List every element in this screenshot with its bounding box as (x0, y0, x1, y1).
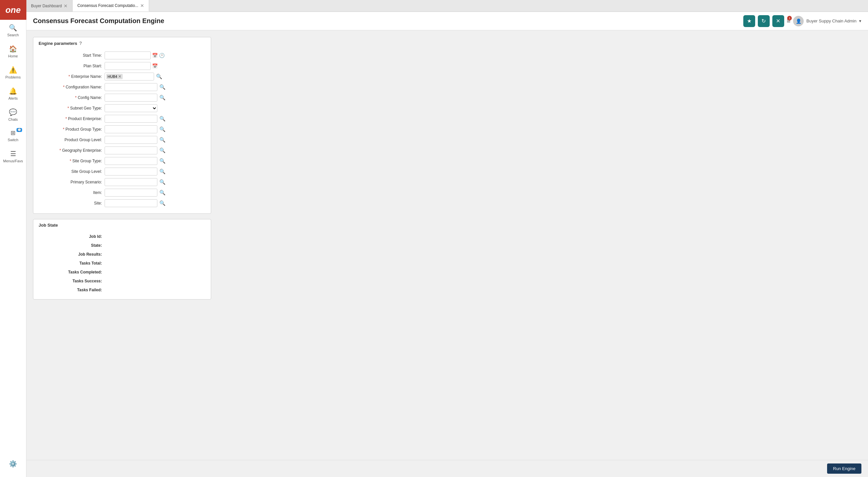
label-tasks-failed: Tasks Failed: (39, 288, 104, 292)
configuration-name-search-icon[interactable]: 🔍 (159, 84, 166, 91)
favorite-button[interactable]: ★ (743, 15, 755, 27)
product-group-level-input[interactable] (104, 136, 157, 144)
tab-close-buyer-dashboard[interactable]: ✕ (64, 4, 68, 8)
label-job-results: Job Results: (39, 252, 104, 257)
item-input[interactable] (104, 189, 157, 197)
sidebar-item-label: Home (8, 54, 18, 58)
site-input[interactable] (104, 199, 157, 207)
search-icon: 🔍 (9, 24, 17, 32)
tab-buyer-dashboard[interactable]: Buyer Dashboard ✕ (26, 0, 72, 11)
product-enterprise-input[interactable] (104, 115, 157, 123)
job-state-panel: Job State Job Id: State: Job Results: Ta… (33, 219, 211, 299)
engine-parameters-panel: Engine parameters ? Start Time: 📅 🕐 Plan… (33, 37, 211, 214)
input-wrap-item: 🔍 (104, 189, 206, 197)
plan-start-input[interactable] (104, 62, 151, 70)
run-engine-button[interactable]: Run Engine (827, 464, 861, 474)
site-group-level-input[interactable] (104, 167, 157, 176)
label-tasks-success: Tasks Success: (39, 279, 104, 283)
form-row-item: Item: 🔍 (39, 188, 206, 197)
form-row-site: Site: 🔍 (39, 199, 206, 208)
input-wrap-enterprise-name: HUB4 ✕ 🔍 (104, 72, 206, 81)
input-wrap-product-group-level: 🔍 (104, 136, 206, 144)
start-time-clock-icon[interactable]: 🕐 (159, 53, 165, 58)
close-page-button[interactable]: ✕ (772, 15, 784, 27)
job-row-id: Job Id: (39, 233, 206, 240)
dropdown-arrow-icon: ▾ (859, 19, 861, 24)
home-icon: 🏠 (9, 45, 17, 53)
primary-scenario-search-icon[interactable]: 🔍 (159, 179, 166, 186)
site-group-type-search-icon[interactable]: 🔍 (159, 157, 166, 165)
label-product-group-type: Product Group Type: (39, 127, 104, 132)
user-name: Buyer Suppy Chain Admin (806, 19, 857, 24)
sidebar-item-problems[interactable]: ⚠️ Problems (0, 62, 26, 83)
sidebar-item-label: Alerts (8, 96, 18, 100)
sidebar-item-switch[interactable]: ⊞ 💬 Switch (0, 125, 26, 146)
form-row-subnet-geo-type: Subnet Geo Type: (39, 104, 206, 113)
site-search-icon[interactable]: 🔍 (159, 199, 166, 207)
sidebar-item-alerts[interactable]: 🔔 Alerts (0, 83, 26, 104)
product-group-type-search-icon[interactable]: 🔍 (159, 126, 166, 133)
enterprise-name-tag-input[interactable]: HUB4 ✕ (104, 72, 154, 81)
start-time-input[interactable] (104, 52, 151, 59)
sidebar-item-label: Menus/Favs (3, 159, 23, 163)
input-wrap-start-time: 📅 🕐 (104, 52, 206, 59)
tab-close-consensus[interactable]: ✕ (140, 3, 144, 8)
input-wrap-product-enterprise: 🔍 (104, 115, 206, 123)
sidebar-item-label: Chats (8, 118, 18, 121)
start-time-calendar-icon[interactable]: 📅 (152, 53, 158, 58)
refresh-button[interactable]: ↻ (758, 15, 770, 27)
form-row-start-time: Start Time: 📅 🕐 (39, 51, 206, 60)
label-tasks-total: Tasks Total: (39, 261, 104, 265)
plan-start-calendar-icon[interactable]: 📅 (152, 63, 158, 69)
switch-badge: 💬 (17, 128, 22, 132)
label-plan-start: Plan Start: (39, 64, 104, 68)
form-row-product-group-type: Product Group Type: 🔍 (39, 125, 206, 134)
input-wrap-subnet-geo-type (104, 104, 206, 112)
engine-parameters-title: Engine parameters ? (33, 37, 211, 49)
geography-enterprise-search-icon[interactable]: 🔍 (159, 147, 166, 154)
product-group-type-input[interactable] (104, 125, 157, 133)
input-wrap-site-group-level: 🔍 (104, 167, 206, 176)
input-wrap-product-group-type: 🔍 (104, 125, 206, 133)
sidebar-item-search[interactable]: 🔍 Search (0, 20, 26, 41)
item-search-icon[interactable]: 🔍 (159, 189, 166, 196)
header-actions: ★ ↻ ✕ ≡ 1 👤 Buyer Suppy Chain Admin ▾ (743, 15, 861, 27)
configuration-name-input[interactable] (104, 83, 157, 91)
page-header: Consensus Forecast Computation Engine ★ … (26, 12, 868, 30)
sidebar-item-settings[interactable]: ⚙️ (9, 456, 17, 472)
chat-icon: 💬 (9, 108, 17, 116)
primary-scenario-input[interactable] (104, 178, 157, 186)
form-row-site-group-level: Site Group Level: 🔍 (39, 167, 206, 176)
sidebar-item-menus-favs[interactable]: ☰ Menus/Favs (0, 146, 26, 167)
site-group-type-input[interactable] (104, 157, 157, 165)
sidebar-item-home[interactable]: 🏠 Home (0, 41, 26, 62)
user-dropdown[interactable]: Buyer Suppy Chain Admin ▾ (806, 19, 861, 24)
input-wrap-site-group-type: 🔍 (104, 157, 206, 165)
subnet-geo-type-select[interactable] (104, 104, 157, 112)
app-logo[interactable]: one (0, 0, 26, 20)
input-wrap-primary-scenario: 🔍 (104, 178, 206, 186)
enterprise-name-search-icon[interactable]: 🔍 (155, 73, 163, 80)
sidebar-item-chats[interactable]: 💬 Chats (0, 104, 26, 125)
help-icon[interactable]: ? (79, 40, 82, 46)
job-state-title: Job State (33, 219, 211, 230)
label-subnet-geo-type: Subnet Geo Type: (39, 106, 104, 110)
label-site: Site: (39, 201, 104, 205)
geography-enterprise-input[interactable] (104, 147, 157, 154)
job-row-tasks-success: Tasks Success: (39, 278, 206, 285)
label-product-enterprise: Product Enterprise: (39, 117, 104, 121)
tab-consensus-forecast[interactable]: Consensus Forecast Computatio... ✕ (72, 0, 149, 11)
menu-button[interactable]: ≡ 1 (787, 17, 791, 25)
product-enterprise-search-icon[interactable]: 🔍 (159, 115, 166, 122)
job-row-results: Job Results: (39, 251, 206, 258)
switch-icon: ⊞ (10, 129, 16, 136)
config-name-search-icon[interactable]: 🔍 (159, 94, 166, 101)
tag-remove-icon[interactable]: ✕ (118, 74, 121, 79)
tab-label: Buyer Dashboard (31, 4, 62, 8)
product-group-level-search-icon[interactable]: 🔍 (159, 136, 166, 144)
label-site-group-level: Site Group Level: (39, 169, 104, 174)
close-icon: ✕ (776, 18, 780, 24)
config-name-input[interactable] (104, 94, 157, 102)
main-area: Buyer Dashboard ✕ Consensus Forecast Com… (26, 0, 868, 477)
site-group-level-search-icon[interactable]: 🔍 (159, 168, 166, 175)
